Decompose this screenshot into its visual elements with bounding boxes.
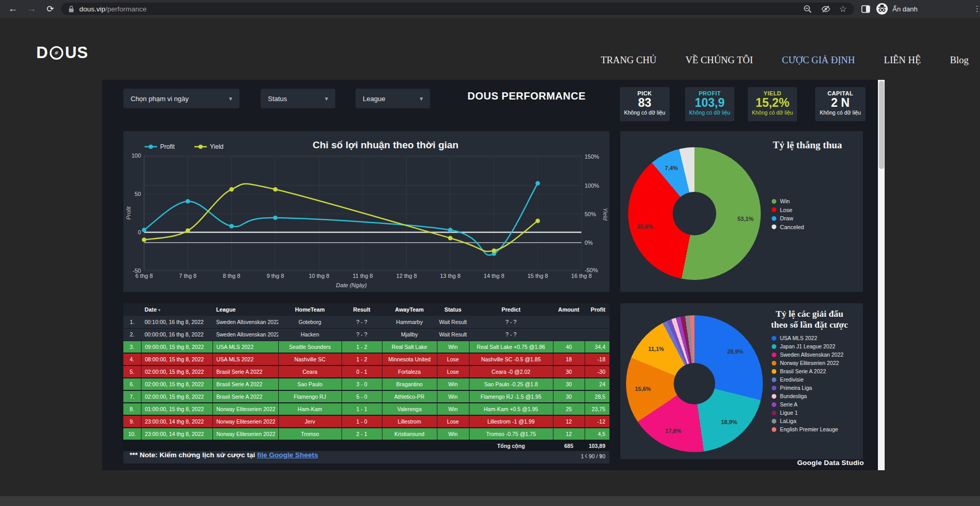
table-cell [553,328,585,341]
bookmark-star-icon[interactable]: ☆ [839,3,847,15]
scorecard-note: Không có dữ liệu [748,109,797,116]
nav-item[interactable]: Blog [950,55,969,66]
column-header[interactable]: Result [342,303,382,316]
dashboard: Chọn phạm vi ngày ▼ Status ▼ League ▼ DO… [102,80,879,470]
legend-item: Sweden Allsvenskan 2022 [772,350,844,359]
table-cell: 12 [553,415,585,428]
forward-icon[interactable]: → [25,0,38,18]
browser-toolbar: ← → ⟳ dous.vip/performance ☆ Ẩn danh ⋮ [0,0,980,18]
bets-table-panel: Date ▾LeagueHomeTeamResultAwayTeamStatus… [123,303,609,463]
table-cell: ? - ? [342,328,382,341]
legend-label: Norway Eliteserien 2022 [780,360,839,366]
svg-text:50%: 50% [585,211,596,217]
side-panel-icon[interactable] [861,0,870,18]
table-cell: Lillestrom [382,415,437,428]
address-bar[interactable]: dous.vip/performance ☆ [61,3,854,15]
logo-text-left: D [36,44,48,62]
league-filter[interactable]: League ▼ [356,89,430,108]
menu-kebab-icon[interactable]: ⋮ [973,0,980,18]
column-header[interactable]: AwayTeam [382,303,437,316]
column-header[interactable]: League [212,303,278,316]
table-cell: Win [437,378,469,390]
svg-text:13 thg 8: 13 thg 8 [440,273,461,279]
table-cell: 23:00:00, 14 thg 8, 2022 [141,428,212,440]
table-cell: Fortaleza [382,366,437,378]
table-cell: USA MLS 2022 [212,353,278,366]
legend-label: Brasil Serie A 2022 [780,368,826,374]
table-note: *** Note: Kiểm chứng lịch sử cược tại fi… [130,451,318,459]
legend-label: Canceled [780,224,804,230]
nav-item[interactable]: LIÊN HỆ [884,55,921,66]
status-filter-label: Status [268,95,287,103]
url-text: dous.vip/performance [79,5,147,13]
table-cell: 24 [585,378,609,390]
svg-text:6 thg 8: 6 thg 8 [135,273,153,279]
table-cell: 25 [553,403,585,415]
scrollbar-thumb[interactable] [879,81,884,169]
scorecard-note: Không có dữ liệu [620,109,670,116]
pagination-prev-icon[interactable]: ‹ [585,451,588,459]
legend-item: Ligue 1 [772,409,844,417]
table-cell: 23:00:00, 14 thg 8, 2022 [141,415,212,428]
scorecard-capital: CAPITAL 2 N Không có dữ liệu [815,87,865,121]
table-cell: 2 - 1 [342,428,382,440]
nav-item[interactable]: TRANG CHỦ [601,55,656,66]
table-cell: Sao Paulo [278,378,342,390]
column-header[interactable]: Profit [585,303,609,316]
column-header[interactable]: Date ▾ [141,303,212,316]
column-header[interactable] [123,303,141,316]
reload-icon[interactable]: ⟳ [44,0,57,18]
table-cell: ? - ? [469,316,553,328]
status-filter[interactable]: Status ▼ [261,89,335,108]
svg-text:100: 100 [132,152,141,159]
table-cell: Minnesota United [382,353,437,366]
legend-item: USA MLS 2022 [772,334,844,342]
table-cell: Norway Eliteserien 2022 [212,428,278,440]
column-header[interactable]: HomeTeam [278,303,342,316]
legend-label: Lose [780,207,792,213]
table-cell: 02:00:00, 15 thg 8, 2022 [141,390,212,403]
note-text: *** Note: Kiểm chứng lịch sử cược tại [130,451,257,459]
pie-slice-label: 15,6% [635,386,651,392]
svg-text:10 thg 8: 10 thg 8 [309,273,330,279]
column-header[interactable]: Predict [469,303,553,316]
table-cell: 6. [123,378,141,390]
legend-item: English Premier Leauge [772,425,844,433]
table-cell [553,316,585,328]
table-cell: 30 [553,378,585,390]
table-cell: Sweden Allsvenskan 2022 [212,316,278,328]
table-row: 4.08:00:00, 15 thg 8, 2022USA MLS 2022Na… [123,353,609,366]
scorecard-note: Không có dữ liệu [685,109,734,116]
zoom-out-icon[interactable] [803,3,812,15]
table-cell: Norway Eliteserien 2022 [212,403,278,415]
date-range-filter[interactable]: Chọn phạm vi ngày ▼ [123,89,239,108]
table-cell: -12 [585,415,609,428]
page-bottom-strip [0,496,980,506]
svg-text:Yield: Yield [210,143,223,150]
column-header[interactable]: Amount [553,303,585,316]
column-header[interactable]: Status [437,303,469,316]
iframe-scrollbar[interactable] [878,80,885,470]
pie-slice-label: 18,9% [721,419,737,425]
eye-off-icon[interactable] [821,3,831,15]
logo-text-right: US [65,44,88,62]
pie-slice-label: 53,1% [737,216,754,222]
chevron-down-icon: ▼ [324,96,329,102]
nav-item[interactable]: VỀ CHÚNG TÔI [686,55,753,66]
svg-text:Profit: Profit [160,143,175,150]
table-cell: 9. [123,415,141,428]
table-cell: Nashville SC -0.5 @1.85 [469,353,553,366]
back-icon[interactable]: ← [6,0,20,18]
svg-text:15 thg 8: 15 thg 8 [528,273,548,279]
scorecard-value: 103,9 [685,96,734,109]
pagination-next-icon[interactable]: › [599,451,602,459]
incognito-badge[interactable]: Ẩn danh [876,0,917,18]
google-data-studio-brand: Google Data Studio [797,459,864,467]
table-cell: Ceara [278,366,342,378]
site-logo[interactable]: DUS [36,44,88,62]
table-cell: 10. [123,428,141,440]
google-sheets-link[interactable]: file Google Sheets [257,451,318,459]
table-cell: 01:00:00, 15 thg 8, 2022 [141,403,212,415]
url-host: dous.vip [79,5,105,13]
nav-item[interactable]: CƯỢC GIẢ ĐỊNH [782,55,855,66]
